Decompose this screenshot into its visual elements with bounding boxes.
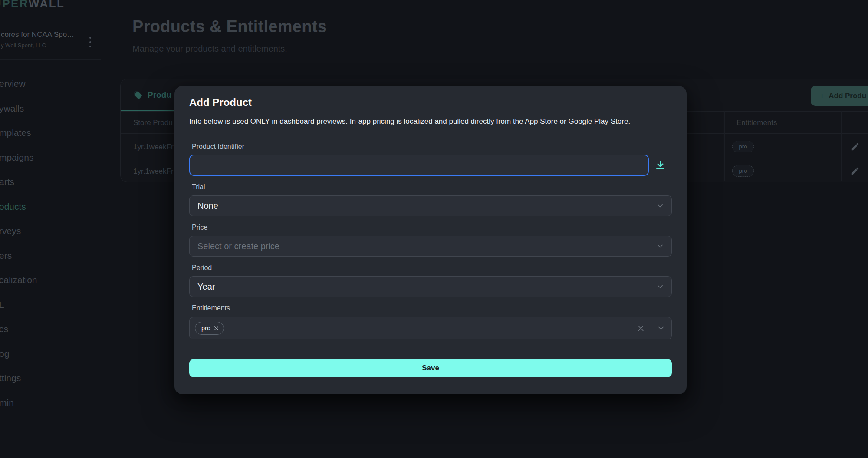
sidebar-item-label: L (0, 300, 4, 310)
add-product-button[interactable]: + Add Produ (811, 86, 868, 106)
logo-text-light: WALL (29, 0, 65, 10)
tab-products-label: Produ (148, 90, 171, 100)
chevron-down-icon[interactable] (657, 324, 665, 333)
add-product-modal: Add Product Info below is used ONLY in d… (174, 86, 687, 394)
sidebar-item-label: og (0, 349, 9, 359)
superwall-logo: UPERWALL (0, 0, 65, 10)
entitlement-chip: pro (195, 322, 224, 335)
sidebar-item-templates[interactable]: mplates (0, 121, 101, 145)
chevron-down-icon (656, 242, 664, 250)
multiselect-separator (651, 322, 651, 334)
sidebar-divider (0, 20, 101, 20)
sidebar-item-label: arts (0, 177, 14, 187)
sidebar-item-settings[interactable]: ttings (0, 366, 101, 391)
chevron-down-icon (656, 282, 664, 291)
clear-all-icon[interactable] (637, 324, 645, 333)
page-subtitle: Manage your products and entitlements. (132, 44, 287, 54)
sidebar-item-localization[interactable]: calization (0, 268, 101, 293)
period-label: Period (189, 264, 672, 272)
sidebar-item-label: ers (0, 250, 12, 261)
price-select[interactable]: Select or create price (189, 236, 672, 257)
edit-pencil-icon[interactable] (850, 142, 860, 152)
price-placeholder: Select or create price (197, 241, 279, 251)
sidebar-item-overview[interactable]: erview (0, 72, 101, 96)
sidebar-item-label: rveys (0, 226, 21, 236)
entitlement-chip-label: pro (201, 325, 210, 332)
chevron-down-icon (656, 201, 664, 210)
sidebar-item-label: min (0, 398, 14, 408)
tag-icon (134, 91, 143, 100)
product-identifier-input[interactable] (189, 155, 649, 176)
plus-icon: + (819, 91, 825, 101)
sidebar-item-docs[interactable]: cs (0, 317, 101, 342)
save-button[interactable]: Save (189, 359, 672, 377)
sidebar-item-admin[interactable]: min (0, 391, 101, 415)
sidebar-item-label: oducts (0, 201, 26, 212)
column-header-store-product: Store Produ (133, 119, 173, 127)
sidebar-item-label: mpaigns (0, 152, 33, 163)
sidebar-item-sql[interactable]: L (0, 293, 101, 317)
period-value: Year (197, 282, 215, 292)
sidebar-item-paywalls[interactable]: ywalls (0, 96, 101, 121)
sidebar-item-surveys[interactable]: rveys (0, 219, 101, 244)
sidebar-item-users[interactable]: ers (0, 244, 101, 268)
logo-text-teal: UPER (0, 0, 29, 10)
sidebar-item-campaigns[interactable]: mpaigns (0, 145, 101, 170)
edit-pencil-icon[interactable] (850, 166, 860, 176)
chip-remove-icon[interactable] (214, 326, 219, 331)
tab-products[interactable]: Produ (121, 79, 171, 111)
entitlements-multiselect[interactable]: pro (189, 317, 672, 339)
sidebar-nav: erview ywalls mplates mpaigns arts oduct… (0, 72, 101, 415)
workspace-app-name: cores for NCAA Spo… (1, 30, 85, 39)
column-separator (841, 111, 842, 181)
add-product-label: Add Produ (829, 92, 866, 100)
sidebar-item-charts[interactable]: arts (0, 170, 101, 194)
sidebar-divider (0, 59, 101, 60)
download-icon (654, 159, 666, 171)
period-select[interactable]: Year (189, 276, 672, 297)
sidebar-item-log[interactable]: og (0, 342, 101, 366)
trial-label: Trial (189, 183, 672, 191)
sidebar-item-label: cs (0, 324, 8, 334)
sidebar-item-label: mplates (0, 128, 31, 138)
column-separator (724, 111, 725, 181)
trial-value: None (197, 201, 218, 211)
entitlement-badge: pro (732, 141, 754, 152)
entitlement-badge: pro (732, 165, 754, 177)
sidebar-item-products[interactable]: oducts (0, 194, 101, 219)
sidebar: UPERWALL cores for NCAA Spo… y Well Spen… (0, 0, 101, 458)
price-label: Price (189, 223, 672, 232)
modal-info-text: Info below is used ONLY in dashboard pre… (189, 116, 672, 127)
column-header-entitlements: Entitlements (736, 119, 777, 127)
page-title: Products & Entitlements (132, 17, 327, 36)
sidebar-item-label: calization (0, 275, 37, 285)
entitlements-label: Entitlements (189, 304, 672, 313)
workspace-company: y Well Spent, LLC (1, 42, 83, 49)
product-identifier-label: Product Identifier (189, 142, 672, 151)
table-row-product[interactable]: 1yr.1weekFr (133, 167, 174, 176)
sidebar-item-label: ttings (0, 373, 21, 383)
table-row-product[interactable]: 1yr.1weekFr (133, 143, 174, 152)
sidebar-item-label: erview (0, 79, 26, 89)
trial-select[interactable]: None (189, 195, 672, 216)
sidebar-item-label: ywalls (0, 103, 24, 114)
workspace-menu-kebab-icon[interactable] (87, 36, 93, 48)
import-download-button[interactable] (649, 159, 672, 171)
product-identifier-row (189, 155, 672, 176)
modal-title: Add Product (189, 96, 672, 109)
